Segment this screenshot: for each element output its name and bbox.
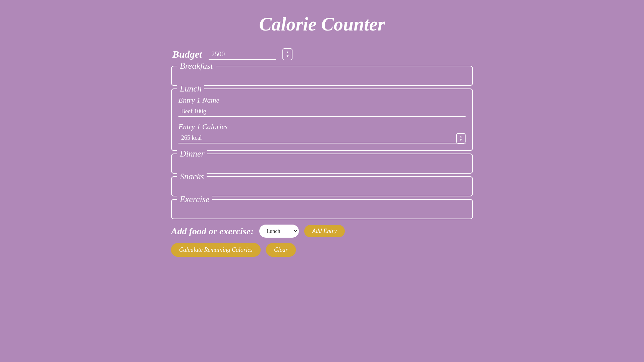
exercise-label: Exercise (177, 194, 212, 204)
exercise-section: Exercise (171, 199, 473, 219)
entry1-name-label: Entry 1 Name (178, 96, 466, 105)
entry1-name-input[interactable] (178, 107, 466, 117)
clear-button[interactable]: Clear (266, 243, 296, 257)
add-entry-button[interactable]: Add Entry (304, 225, 345, 237)
action-buttons-row: Calculate Remaining Calories Clear (171, 243, 473, 257)
add-food-row: Add food or exercise: Breakfast Lunch Di… (171, 225, 473, 238)
budget-label: Budget (172, 49, 202, 60)
entry1-calories-input[interactable] (178, 133, 466, 143)
calculate-button[interactable]: Calculate Remaining Calories (171, 243, 261, 257)
snacks-section: Snacks (171, 176, 473, 196)
dinner-section: Dinner (171, 154, 473, 174)
calorie-spinner[interactable]: ▲ ▼ (456, 133, 466, 144)
lunch-section: Lunch Entry 1 Name Entry 1 Calories ▲ ▼ (171, 88, 473, 151)
spinner-down-icon: ▼ (286, 55, 289, 58)
bottom-section: Add food or exercise: Breakfast Lunch Di… (171, 225, 473, 257)
breakfast-section: Breakfast (171, 66, 473, 86)
budget-spinner[interactable]: ▲ ▼ (282, 48, 292, 60)
category-select[interactable]: Breakfast Lunch Dinner Snacks Exercise (259, 225, 299, 238)
calorie-spinner-up-icon: ▲ (460, 135, 463, 138)
budget-row: Budget ▲ ▼ (172, 48, 473, 60)
add-food-label: Add food or exercise: (171, 226, 254, 237)
spinner-up-icon: ▲ (286, 51, 289, 54)
entry1-calories-row: ▲ ▼ (178, 133, 466, 143)
budget-input[interactable] (209, 49, 276, 60)
breakfast-label: Breakfast (177, 61, 216, 71)
entry1-calories-label: Entry 1 Calories (178, 122, 466, 131)
dinner-label: Dinner (177, 149, 207, 159)
snacks-label: Snacks (177, 172, 207, 182)
app-title: Calorie Counter (259, 13, 385, 35)
main-container: Budget ▲ ▼ Breakfast Lunch Entry 1 Name … (171, 48, 473, 257)
lunch-label: Lunch (177, 84, 204, 94)
calorie-spinner-down-icon: ▼ (460, 139, 463, 142)
